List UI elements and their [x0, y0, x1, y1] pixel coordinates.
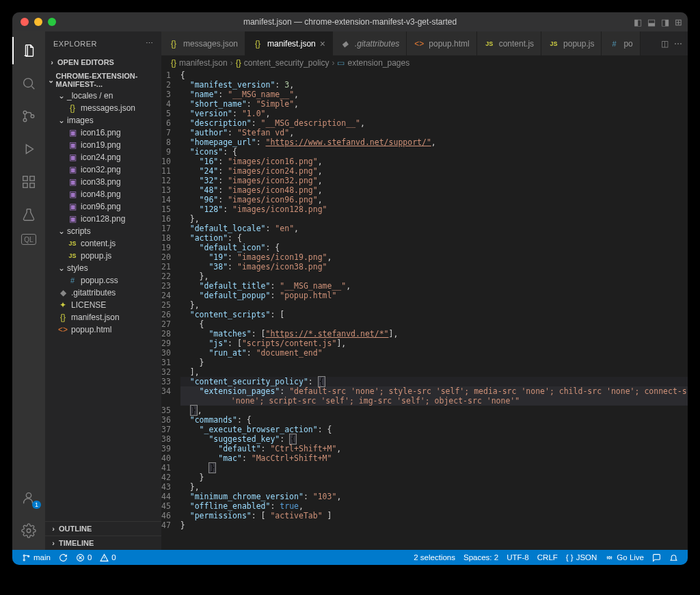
panel-left-icon[interactable]: ◧: [634, 17, 642, 27]
problems-warnings[interactable]: 0: [96, 553, 120, 562]
open-editors-section[interactable]: › OPEN EDITORS: [45, 57, 161, 68]
sql-icon[interactable]: QL: [21, 234, 36, 245]
close-icon[interactable]: ×: [320, 38, 325, 49]
breadcrumb[interactable]: {} manifest.json › {} content_security_p…: [161, 55, 688, 70]
sidebar-header: EXPLORER ⋯: [45, 31, 161, 55]
file-gitattributes[interactable]: ◆.gitattributes: [48, 287, 161, 299]
folder-images[interactable]: ⌄images: [48, 114, 161, 127]
more-icon[interactable]: ⋯: [146, 39, 154, 48]
svg-point-11: [23, 559, 25, 560]
chevron-right-icon: ›: [48, 58, 56, 66]
svg-point-1: [23, 111, 27, 114]
folder-styles[interactable]: ⌄styles: [48, 262, 161, 274]
tab-content-js[interactable]: JScontent.js: [477, 31, 541, 55]
file-icon128[interactable]: ▣icon128.png: [48, 213, 161, 225]
svg-point-10: [23, 555, 25, 556]
file-popup-css[interactable]: #popup.css: [48, 274, 161, 287]
editor-area: {}messages.json {}manifest.json× ◆.gitat…: [161, 31, 688, 550]
chevron-right-icon: ›: [332, 58, 334, 68]
extensions-icon[interactable]: [12, 168, 45, 196]
braces-icon: {}: [236, 58, 241, 68]
notifications-icon[interactable]: [665, 553, 682, 562]
svg-rect-6: [30, 183, 34, 187]
maximize-icon[interactable]: [48, 18, 56, 26]
minimize-icon[interactable]: [34, 18, 42, 26]
outline-section[interactable]: › OUTLINE: [45, 521, 161, 536]
line-gutter: 1234567891011121314151617181920212223242…: [161, 70, 180, 550]
chevron-right-icon: ›: [49, 525, 57, 533]
panel-bottom-icon[interactable]: ⬓: [647, 17, 656, 27]
svg-point-2: [23, 118, 27, 122]
folder-scripts[interactable]: ⌄scripts: [48, 225, 161, 237]
activity-bar: QL 1: [12, 31, 45, 550]
braces-icon: { }: [566, 553, 574, 561]
testing-icon[interactable]: [12, 201, 45, 228]
file-popup-html[interactable]: <>popup.html: [48, 323, 161, 336]
file-icon24[interactable]: ▣icon24.png: [48, 151, 161, 163]
layout-controls: ◧ ⬓ ◨ ⊞: [634, 17, 682, 27]
git-branch[interactable]: main: [18, 553, 55, 562]
settings-icon[interactable]: [12, 517, 45, 544]
accounts-icon[interactable]: 1: [12, 484, 45, 512]
feedback-icon[interactable]: [648, 553, 665, 562]
search-icon[interactable]: [12, 70, 45, 97]
run-debug-icon[interactable]: [12, 135, 45, 163]
window-title: manifest.json — chrome-extension-manifes…: [243, 17, 457, 27]
editor-tabs: {}messages.json {}manifest.json× ◆.gitat…: [161, 31, 688, 55]
language-mode[interactable]: { }JSON: [562, 553, 602, 561]
svg-rect-5: [23, 183, 27, 187]
tab-gitattributes[interactable]: ◆.gitattributes: [333, 31, 407, 55]
svg-rect-7: [30, 176, 34, 181]
file-messages-json[interactable]: {}messages.json: [48, 102, 161, 114]
file-content-js[interactable]: JScontent.js: [48, 237, 161, 250]
sync-icon[interactable]: [55, 553, 72, 562]
timeline-section[interactable]: › TIMELINE: [45, 536, 161, 550]
file-icon96[interactable]: ▣icon96.png: [48, 200, 161, 213]
indentation-status[interactable]: Spaces: 2: [459, 553, 502, 561]
folder-locales[interactable]: ⌄_locales / en: [48, 90, 161, 102]
more-icon[interactable]: ⋯: [674, 39, 682, 49]
tab-popup-js[interactable]: JSpopup.js: [541, 31, 602, 55]
file-icon48[interactable]: ▣icon48.png: [48, 188, 161, 200]
eol-status[interactable]: CRLF: [533, 553, 562, 561]
file-manifest-json[interactable]: {}manifest.json: [48, 311, 161, 323]
file-tree: ⌄_locales / en {}messages.json ⌄images ▣…: [45, 90, 161, 336]
project-section[interactable]: ⌄ CHROME-EXTENSION-MANIFEST-...: [45, 70, 161, 90]
svg-point-3: [31, 115, 34, 118]
traffic-lights: [12, 18, 56, 26]
code-editor[interactable]: 1234567891011121314151617181920212223242…: [161, 70, 688, 550]
tab-messages-json[interactable]: {}messages.json: [161, 31, 245, 55]
file-icon32[interactable]: ▣icon32.png: [48, 163, 161, 176]
svg-point-9: [27, 529, 31, 533]
file-icon16[interactable]: ▣icon16.png: [48, 127, 161, 139]
explorer-icon[interactable]: [12, 37, 45, 64]
titlebar: manifest.json — chrome-extension-manifes…: [12, 12, 688, 31]
string-icon: ▭: [337, 58, 345, 68]
layout-icon[interactable]: ⊞: [675, 17, 682, 27]
panel-right-icon[interactable]: ◨: [661, 17, 669, 27]
sidebar: EXPLORER ⋯ › OPEN EDITORS ⌄ CHROME-EXTEN…: [45, 31, 161, 550]
accounts-badge: 1: [32, 501, 41, 509]
file-icon38[interactable]: ▣icon38.png: [48, 176, 161, 188]
chevron-right-icon: ›: [230, 58, 233, 68]
svg-point-8: [26, 493, 31, 498]
encoding-status[interactable]: UTF-8: [502, 553, 533, 561]
file-icon19[interactable]: ▣icon19.png: [48, 139, 161, 151]
file-popup-js[interactable]: JSpopup.js: [48, 250, 161, 262]
selection-status[interactable]: 2 selections: [409, 553, 459, 561]
tab-popup-html[interactable]: <>popup.html: [407, 31, 476, 55]
tab-po-overflow[interactable]: #po: [602, 31, 640, 55]
svg-point-14: [608, 556, 610, 558]
svg-rect-4: [23, 176, 27, 181]
close-icon[interactable]: [21, 18, 29, 26]
go-live-button[interactable]: Go Live: [601, 553, 648, 562]
source-control-icon[interactable]: [12, 103, 45, 130]
chevron-down-icon: ⌄: [48, 76, 55, 85]
chevron-right-icon: ›: [49, 539, 57, 547]
json-icon: {}: [171, 58, 176, 68]
code-content[interactable]: { "manifest_version": 3, "name": "__MSG_…: [180, 70, 688, 550]
split-editor-icon[interactable]: ◫: [661, 39, 669, 49]
tab-manifest-json[interactable]: {}manifest.json×: [245, 31, 333, 55]
problems-errors[interactable]: 0: [72, 553, 96, 562]
file-license[interactable]: ✦LICENSE: [48, 299, 161, 311]
